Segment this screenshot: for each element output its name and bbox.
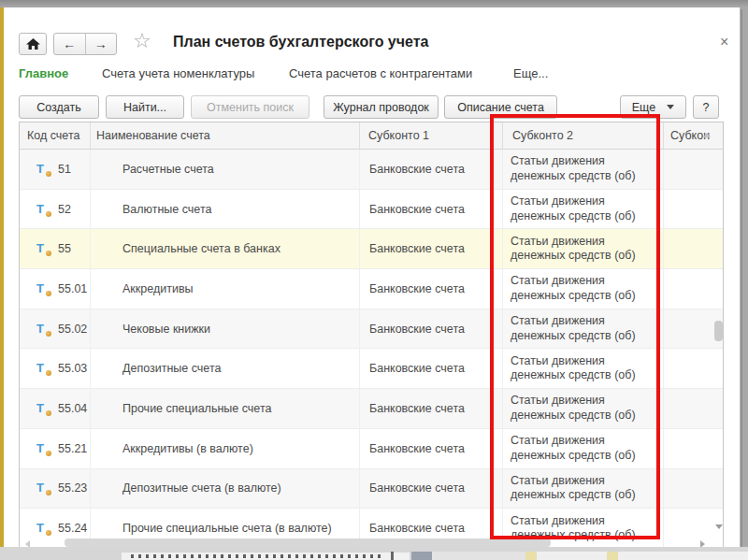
home-button[interactable] [19, 33, 47, 55]
background-window-strip [0, 547, 748, 560]
background-fragment [122, 553, 410, 560]
table-row[interactable]: T55.02 Чековые книжки Банковские счета С… [20, 309, 723, 350]
account-icon: T [36, 281, 49, 296]
nav-item-scheta-nomenklatury[interactable]: Счета учета номенклатуры [102, 66, 254, 80]
subkonto2-cell: Статьи движения денежных средств (об) [511, 474, 651, 503]
account-icon: T [36, 441, 49, 456]
table-row[interactable]: T52 Валютные счета Банковские счета Стат… [20, 190, 723, 230]
screen: ← → ☆ План счетов бухгалтерского учета ×… [0, 0, 748, 560]
background-fragment [607, 552, 618, 560]
subkonto2-cell: Статьи движения денежных средств (об) [511, 274, 651, 303]
table-row-selected[interactable]: T55 Специальные счета в банках Банковски… [20, 229, 723, 269]
page-title: План счетов бухгалтерского учета [173, 34, 428, 50]
account-code: 55 [58, 242, 71, 255]
favorite-star-icon[interactable]: ☆ [133, 30, 151, 52]
subkonto2-cell: Статьи движения денежных средств (об) [511, 314, 651, 343]
header-code[interactable]: Код счета [20, 122, 91, 149]
account-code: 55.21 [58, 442, 87, 455]
background-fragment [618, 552, 748, 560]
journal-button[interactable]: Журнал проводок [324, 95, 439, 119]
subkonto2-cell: Статьи движения денежных средств (об) [511, 194, 651, 223]
account-name: Аккредитивы [91, 269, 360, 309]
header-subkonto1[interactable]: Субконто 1 [360, 122, 503, 149]
background-fragment [432, 552, 525, 560]
account-icon: T [36, 202, 49, 217]
account-icon: T [36, 401, 49, 416]
subkonto1-cell: Банковские счета [360, 429, 503, 468]
account-code: 55.04 [58, 402, 87, 415]
subkonto2-cell: Статьи движения денежных средств (об) [511, 434, 651, 463]
nav-item-more[interactable]: Еще... [513, 66, 548, 80]
account-code: 51 [58, 163, 71, 176]
subkonto1-cell: Банковские счета [360, 150, 503, 189]
subkonto1-cell: Банковские счета [360, 469, 503, 509]
background-fragment [537, 552, 607, 560]
cancel-search-button: Отменить поиск [191, 95, 309, 119]
account-name: Расчетные счета [91, 150, 360, 189]
subkonto1-cell: Банковские счета [360, 349, 503, 388]
account-code: 55.03 [58, 362, 87, 375]
back-button[interactable]: ← [54, 34, 86, 54]
subkonto1-cell: Банковские счета [360, 389, 503, 428]
back-icon: ← [63, 36, 76, 51]
table-row[interactable]: T55.04 Прочие специальные счета Банковск… [20, 389, 723, 429]
subkonto1-cell: Банковские счета [360, 190, 503, 229]
more-button-label: Еще [632, 101, 655, 114]
account-name: Чековые книжки [91, 309, 360, 349]
more-button[interactable]: Еще [620, 95, 686, 119]
background-fragment [411, 552, 432, 560]
subkonto1-cell: Банковские счета [360, 229, 503, 268]
table-row[interactable]: T55.21 Аккредитивы (в валюте) Банковские… [20, 429, 723, 469]
help-button[interactable]: ? [693, 95, 719, 119]
home-icon [26, 38, 40, 50]
account-code: 55.24 [58, 522, 87, 535]
account-name: Депозитные счета (в валюте) [91, 469, 360, 509]
find-button[interactable]: Найти... [106, 95, 184, 119]
table-row[interactable]: T51 Расчетные счета Банковские счета Ста… [20, 150, 723, 190]
account-name: Валютные счета [91, 190, 360, 229]
account-name: Депозитные счета [91, 349, 360, 388]
account-icon: T [36, 521, 49, 536]
sort-indicator-icon [703, 133, 711, 137]
account-name: Прочие специальные счета [91, 389, 360, 428]
subkonto2-cell: Статьи движения денежных средств (об) [511, 354, 651, 383]
scroll-down-icon[interactable] [715, 524, 723, 529]
nav-item-scheta-kontragentov[interactable]: Счета расчетов с контрагентами [289, 66, 472, 80]
account-description-button[interactable]: Описание счета [444, 95, 557, 119]
table-row[interactable]: T55.03 Депозитные счета Банковские счета… [20, 349, 723, 389]
header-name[interactable]: Наименование счета [91, 122, 360, 149]
account-code: 55.23 [58, 481, 87, 495]
account-code: 55.01 [58, 282, 87, 295]
table-row[interactable]: T55.01 Аккредитивы Банковские счета Стат… [20, 269, 723, 309]
account-icon: T [36, 481, 49, 495]
forward-button[interactable]: → [86, 34, 117, 54]
history-nav-group: ← → [53, 33, 117, 55]
background-fragment [391, 552, 394, 560]
close-icon[interactable]: × [720, 34, 728, 50]
chevron-down-icon [667, 105, 674, 109]
window-top-strip [0, 0, 748, 7]
account-code: 52 [58, 203, 71, 216]
account-icon: T [36, 162, 49, 177]
table-row[interactable]: T55.23 Депозитные счета (в валюте) Банко… [20, 469, 723, 510]
account-code: 55.02 [58, 323, 87, 336]
account-name: Специальные счета в банках [91, 229, 360, 268]
table-header-row: Код счета Наименование счета Субконто 1 … [20, 122, 723, 150]
account-icon: T [36, 322, 49, 337]
header-subkonto2[interactable]: Субконто 2 [503, 122, 664, 149]
subkonto2-cell: Статьи движения денежных средств (об) [511, 394, 651, 423]
account-name: Аккредитивы (в валюте) [91, 429, 360, 468]
horizontal-scrollbar-thumb[interactable] [65, 538, 551, 547]
subkonto1-cell: Банковские счета [360, 309, 503, 349]
forward-icon: → [94, 36, 108, 51]
subkonto1-cell: Банковские счета [360, 269, 503, 309]
background-fragment [525, 552, 537, 560]
account-icon: T [36, 241, 49, 256]
create-button[interactable]: Создать [19, 95, 99, 119]
account-icon: T [36, 361, 49, 376]
accounts-table: Код счета Наименование счета Субконто 1 … [19, 122, 724, 551]
chart-of-accounts-window: ← → ☆ План счетов бухгалтерского учета ×… [4, 7, 741, 548]
vertical-scrollbar-thumb[interactable] [714, 321, 723, 341]
nav-item-glavnoe[interactable]: Главное [19, 66, 68, 80]
subkonto2-cell: Статьи движения денежных средств (об) [511, 154, 651, 183]
